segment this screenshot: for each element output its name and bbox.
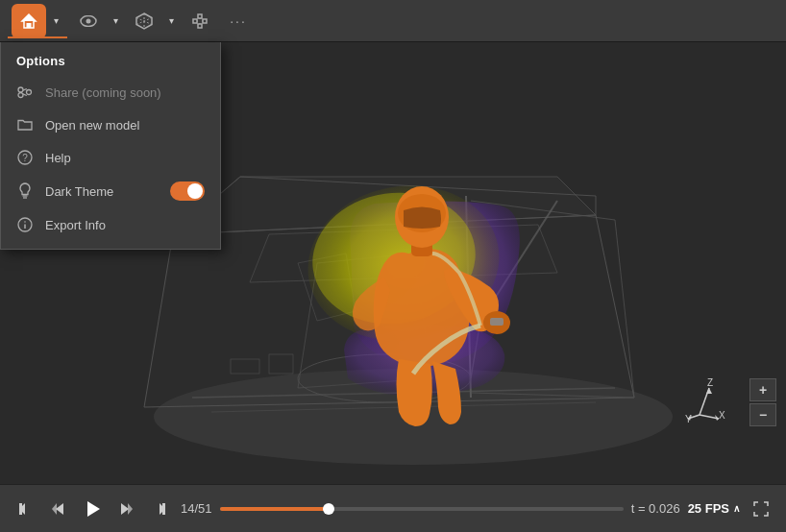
svg-rect-57 [162,503,165,515]
toolbar-home-group: ▾ [8,4,67,38]
play-button[interactable] [77,494,108,524]
svg-marker-55 [128,503,133,515]
progress-fill [220,507,329,511]
3d-object-dropdown-arrow[interactable]: ▾ [163,4,179,38]
svg-rect-11 [203,19,207,23]
svg-marker-54 [121,503,129,515]
dark-theme-label: Dark Theme [45,184,159,199]
skip-back-button[interactable] [12,496,38,522]
3d-object-button[interactable] [127,4,161,38]
fullscreen-button[interactable] [748,496,774,522]
time-info: 14/51 [181,501,212,516]
frame-counter: 14/51 [181,501,212,516]
time-value: t = 0.026 [631,501,680,516]
progress-area [220,507,624,511]
svg-marker-2 [22,14,36,21]
axis-x-label: X [719,410,725,421]
help-label: Help [45,151,205,165]
svg-marker-52 [52,503,57,515]
svg-rect-1 [27,23,32,28]
fps-value: 25 FPS [688,501,729,516]
svg-marker-44 [706,388,712,394]
toolbar: ▾ ▾ ▾ [0,0,786,42]
svg-point-4 [86,18,91,23]
lightbulb-icon [16,182,34,200]
axis-indicator: Z Y X [671,378,728,426]
folder-icon [16,116,34,133]
export-info-label: Export Info [45,218,205,232]
options-export-info[interactable]: Export Info [1,208,220,241]
svg-marker-51 [56,503,63,515]
fps-display[interactable]: 25 FPS ∧ [688,501,740,516]
transport-controls [12,494,173,524]
svg-marker-53 [87,501,100,517]
options-open-model[interactable]: Open new model [1,109,220,141]
network-button[interactable] [183,4,217,38]
eye-button[interactable] [71,4,106,38]
progress-thumb[interactable] [323,503,334,515]
svg-rect-42 [490,318,504,326]
svg-point-24 [24,221,26,223]
eye-dropdown-arrow[interactable]: ▾ [108,4,123,38]
options-panel: Options Share (coming soon) Open new mod… [0,42,221,250]
options-help[interactable]: ? Help [1,141,220,174]
options-title: Options [1,50,220,76]
toolbar-eye-group: ▾ [71,4,123,38]
open-model-label: Open new model [45,118,205,133]
help-icon: ? [16,149,34,166]
toggle-knob [187,183,203,199]
svg-rect-9 [193,19,197,23]
fps-arrow: ∧ [733,503,740,514]
share-icon [16,84,34,101]
svg-rect-12 [198,24,202,28]
step-back-button[interactable] [44,496,71,522]
share-label: Share (coming soon) [45,85,205,100]
home-button[interactable] [12,4,46,38]
timeline-bar: 14/51 t = 0.026 25 FPS ∧ [0,484,786,532]
skip-fwd-button[interactable] [146,496,173,522]
axis-z-label: Z [707,378,713,388]
more-button[interactable]: ··· [221,4,256,38]
time-value-display: t = 0.026 [631,501,680,516]
toolbar-3d-group: ▾ [127,4,179,38]
dark-theme-toggle[interactable] [170,181,205,201]
home-dropdown-arrow[interactable]: ▾ [48,4,63,38]
svg-text:?: ? [22,153,28,163]
svg-rect-10 [198,14,202,18]
zoom-in-button[interactable]: + [749,378,776,401]
info-icon [16,216,34,233]
options-share[interactable]: Share (coming soon) [1,76,220,109]
svg-rect-50 [19,503,22,515]
progress-track[interactable] [220,507,624,511]
zoom-out-button[interactable]: − [749,403,776,426]
zoom-controls: + − [749,378,776,426]
step-fwd-button[interactable] [113,496,140,522]
options-dark-theme[interactable]: Dark Theme [1,174,220,208]
